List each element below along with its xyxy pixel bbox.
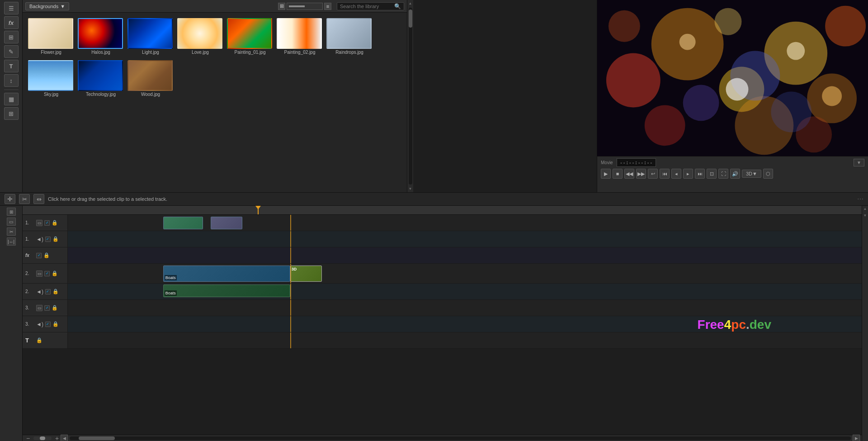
scroll-start-button[interactable]: ◀: [61, 435, 68, 441]
dropdown-label: Backgrounds: [29, 4, 58, 9]
track-fx-content[interactable]: [68, 247, 862, 263]
tl-vscroll-up[interactable]: ▲: [862, 206, 868, 212]
tl-clip-button[interactable]: ▭: [7, 218, 16, 226]
brush-button[interactable]: ✎: [4, 45, 19, 58]
thumbnail-flower[interactable]: Flower.jpg: [26, 16, 76, 57]
track-1-video-lock[interactable]: 🔒: [52, 220, 57, 226]
crop-button[interactable]: ⊞: [4, 31, 19, 43]
track-1-audio-check[interactable]: ✓: [45, 237, 51, 242]
h-scroll-track[interactable]: [70, 436, 851, 440]
3d-button[interactable]: 3D▼: [742, 170, 761, 178]
scroll-up-arrow[interactable]: ▲: [407, 0, 414, 7]
track-2-audio-content[interactable]: Boats: [68, 284, 862, 299]
go-start-button[interactable]: ⏮: [660, 169, 670, 179]
track-2-video-lock[interactable]: 🔒: [52, 270, 57, 277]
razor-tool[interactable]: ✂: [19, 194, 30, 204]
track-fx-lock[interactable]: 🔒: [43, 252, 49, 259]
track-3-audio-check[interactable]: ✓: [45, 322, 51, 327]
track-1-video-check[interactable]: ✓: [44, 220, 50, 226]
export-button[interactable]: ⬡: [763, 169, 773, 179]
thumbnail-painting02-label: Painting_02.jpg: [277, 50, 323, 55]
thumbnail-halos-img: [78, 18, 123, 49]
track-1-audio-content[interactable]: [68, 231, 862, 247]
thumbnail-raindrops-img: [326, 18, 372, 49]
clip-2[interactable]: [211, 217, 242, 229]
thumbnail-light[interactable]: Light.jpg: [126, 16, 175, 57]
scroll-end-button[interactable]: ▶: [853, 435, 860, 441]
zoom-slider[interactable]: [33, 436, 52, 440]
zoom-in-button[interactable]: +: [53, 435, 61, 441]
thumbnail-painting02[interactable]: Painting_02.jpg: [275, 16, 325, 57]
step-forward-button[interactable]: ▶▶: [636, 169, 646, 179]
playhead-fx: [290, 247, 291, 263]
scroll-down-arrow[interactable]: ▼: [407, 185, 414, 192]
clip-boats-audio[interactable]: Boats: [163, 285, 290, 297]
library-scroll-thumb[interactable]: [409, 9, 412, 28]
grid1-button[interactable]: ▦: [4, 93, 19, 105]
track-1-video-content[interactable]: [68, 215, 862, 231]
timeline-vscroll[interactable]: ▲ ▼: [862, 206, 868, 441]
clip-1[interactable]: [163, 217, 203, 229]
loop-button[interactable]: ↩: [648, 169, 658, 179]
thumbnail-sky[interactable]: Sky.jpg: [26, 58, 76, 99]
list-view-button[interactable]: ≡: [324, 3, 331, 10]
zoom-thumb[interactable]: [40, 436, 45, 440]
split-button[interactable]: ⊡: [707, 169, 717, 179]
track-1-audio-lock[interactable]: 🔒: [52, 236, 58, 242]
library-scrollbar[interactable]: ▲ ▼: [407, 0, 413, 192]
track-2-video-icon: ▭: [36, 270, 42, 277]
prev-frame-button[interactable]: ◂: [671, 169, 681, 179]
stop-button[interactable]: ■: [613, 169, 623, 179]
track-2-audio-check[interactable]: ✓: [45, 289, 51, 294]
track-3-video-content[interactable]: [68, 300, 862, 316]
preview-buttons: ▶ ■ ◀◀ ▶▶ ↩ ⏮ ◂ ▸ ⏭ ⊡ ⛶ 🔊 3D▼ ⬡: [601, 169, 864, 179]
resize-handle[interactable]: ⋯: [857, 195, 863, 203]
zoom-out-button[interactable]: −: [24, 435, 32, 441]
pointer-tool[interactable]: ✛: [5, 194, 15, 204]
track-3-audio-content[interactable]: [68, 316, 862, 332]
svg-point-10: [715, 8, 742, 35]
track-title-content[interactable]: [68, 332, 862, 348]
thumbnail-painting01[interactable]: Painting_01.jpg: [225, 16, 275, 57]
track-2-video-content[interactable]: Boats 3D: [68, 264, 862, 283]
clip-boats-video[interactable]: Boats: [163, 266, 290, 282]
next-frame-button[interactable]: ▸: [683, 169, 693, 179]
track-2-video-check[interactable]: ✓: [44, 271, 50, 276]
grid2-button[interactable]: ⊞: [4, 107, 19, 120]
tl-vscroll-down[interactable]: ▼: [862, 213, 868, 218]
playhead[interactable]: [258, 206, 259, 214]
effects-button[interactable]: fx: [4, 16, 19, 29]
thumbnail-wood[interactable]: Wood.jpg: [126, 58, 175, 99]
move-button[interactable]: ↕: [4, 74, 19, 87]
track-rows: 1. ▭ ✓ 🔒: [23, 215, 862, 435]
tl-home-button[interactable]: ⊞: [7, 208, 16, 216]
track-3-video-lock[interactable]: 🔒: [52, 305, 57, 311]
step-back-button[interactable]: ◀◀: [624, 169, 634, 179]
timecode-dropdown[interactable]: ▼: [854, 159, 864, 166]
play-button[interactable]: ▶: [601, 169, 611, 179]
library-scroll-track[interactable]: [409, 8, 412, 185]
h-scroll-thumb[interactable]: [79, 436, 115, 440]
fullscreen-button[interactable]: ⛶: [718, 169, 728, 179]
thumbnail-technology[interactable]: Technology.jpg: [76, 58, 126, 99]
audio-button[interactable]: 🔊: [730, 169, 740, 179]
tl-snap-button[interactable]: |↔|: [7, 237, 16, 246]
category-dropdown[interactable]: Backgrounds ▼: [25, 2, 69, 10]
go-end-button[interactable]: ⏭: [695, 169, 705, 179]
trim-tool[interactable]: ⇔: [33, 194, 44, 204]
tl-scissors-button[interactable]: ✂: [7, 228, 16, 236]
text-button[interactable]: T: [4, 60, 19, 72]
track-3-audio-lock[interactable]: 🔒: [52, 321, 58, 327]
search-input[interactable]: [340, 4, 394, 9]
thumbnail-halos[interactable]: Halos.jpg: [76, 16, 126, 57]
thumbnail-love[interactable]: Love.jpg: [175, 16, 225, 57]
track-row-3-video: 3. ▭ ✓ 🔒: [23, 300, 862, 316]
track-2-audio-lock[interactable]: 🔒: [52, 289, 58, 295]
track-3-video-check[interactable]: ✓: [44, 305, 50, 311]
grid-view-button[interactable]: ⊞: [278, 3, 285, 10]
menu-button[interactable]: ☰: [4, 2, 19, 14]
thumbnail-raindrops[interactable]: Raindrops.jpg: [325, 16, 374, 57]
track-fx-check[interactable]: ✓: [36, 253, 42, 258]
track-title-lock[interactable]: 🔒: [36, 337, 42, 344]
clip-3d[interactable]: 3D: [290, 266, 322, 282]
